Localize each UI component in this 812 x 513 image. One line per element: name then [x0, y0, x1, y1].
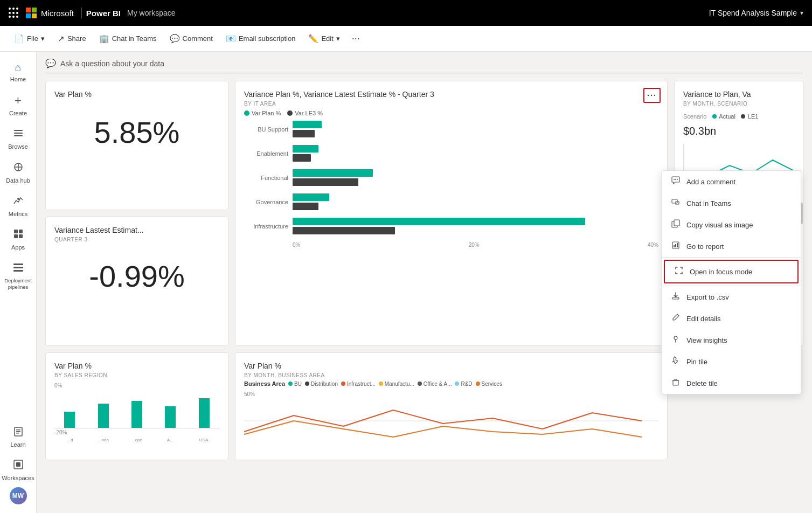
var-plan-region-tile: Var Plan % BY SALES REGION 0% [45, 352, 228, 460]
bar-teal-enablement [293, 145, 318, 152]
svg-rect-25 [674, 220, 679, 226]
pin-tile-icon [670, 356, 681, 367]
bar-2 [98, 404, 109, 428]
metrics-icon [13, 195, 24, 209]
menu-delete-tile[interactable]: Delete tile [662, 372, 801, 394]
home-icon: ⌂ [15, 61, 21, 74]
actual-dot [712, 114, 717, 119]
apps-launcher[interactable] [9, 8, 19, 18]
menu-edit-details[interactable]: Edit details [662, 308, 801, 329]
qa-bar[interactable]: 💬 Ask a question about your data [45, 58, 803, 73]
view-insights-label: View insights [686, 336, 727, 344]
menu-pin-tile[interactable]: Pin tile [662, 351, 801, 372]
menu-add-comment[interactable]: Add a comment [662, 171, 801, 192]
report-title: IT Spend Analysis Sample [709, 9, 797, 17]
bar-teal-infrastructure [293, 218, 585, 225]
browse-icon [13, 128, 24, 141]
menu-focus-mode[interactable]: Open in focus mode [664, 260, 799, 283]
chart-more-button[interactable]: ··· [643, 88, 661, 103]
chat-teams-icon [670, 198, 681, 209]
file-icon: 📄 [14, 34, 24, 44]
sidebar-item-datahub[interactable]: Data hub [0, 157, 36, 189]
datahub-icon [13, 162, 24, 175]
business-area-label: Business Area [244, 380, 285, 387]
file-button[interactable]: 📄 File ▾ [9, 31, 50, 47]
svg-point-4 [17, 198, 19, 200]
var-latest-tile: Variance Lastest Estimat... QUARTER 3 -0… [45, 217, 228, 346]
actual-label: Actual [719, 113, 735, 120]
more-button[interactable]: ··· [348, 31, 364, 46]
share-button[interactable]: ↗ Share [52, 31, 92, 47]
bar-row-governance: Governance [244, 193, 658, 210]
email-button[interactable]: 📧 Email subscription [220, 31, 301, 47]
menu-export-csv[interactable]: Export to .csv [662, 286, 801, 308]
legend-var-le3: Var LE3 % [287, 110, 323, 116]
sidebar-item-metrics[interactable]: Metrics [0, 191, 36, 222]
region-bar-4 [155, 406, 185, 428]
bar-teal-busupport [293, 121, 322, 128]
region-bars [54, 391, 219, 428]
menu-view-insights[interactable]: View insights [662, 329, 801, 351]
sidebar-item-browse[interactable]: Browse [0, 123, 36, 155]
sidebar-item-create[interactable]: + Create [0, 89, 36, 121]
share-icon: ↗ [58, 34, 65, 44]
microsoft-label: Microsoft [41, 9, 74, 18]
comment-icon: 💬 [170, 34, 180, 44]
business-area-legend: Business Area BU Distribution Infrastruc… [244, 380, 658, 387]
legend-dot-teal [244, 110, 249, 116]
bar-dark-busupport [293, 130, 315, 137]
menu-chat-teams[interactable]: Chat in Teams [662, 192, 801, 214]
qa-icon: 💬 [45, 58, 56, 68]
var-latest-subtitle: QUARTER 3 [54, 237, 219, 242]
bar-dark-infrastructure [293, 227, 395, 234]
add-comment-icon [670, 176, 681, 187]
svg-rect-32 [673, 380, 678, 385]
export-csv-label: Export to .csv [686, 293, 729, 301]
sidebar-item-workspaces[interactable]: Workspaces [0, 455, 36, 486]
main-chart-tile: Variance Plan %, Variance Latest Estimat… [235, 81, 668, 346]
legend-rd: R&D [455, 380, 472, 387]
user-avatar[interactable]: MW [10, 487, 27, 504]
report-chevron[interactable]: ▾ [800, 9, 803, 17]
qa-text: Ask a question about your data [60, 59, 164, 68]
top-bar: Microsoft Power BI My workspace IT Spend… [0, 0, 812, 26]
menu-go-report[interactable]: Go to report [662, 235, 801, 257]
svg-point-20 [675, 179, 676, 180]
workspace-label[interactable]: My workspace [127, 9, 175, 17]
sidebar-item-home[interactable]: ⌂ Home [0, 57, 36, 87]
var-plan-title: Var Plan % [54, 90, 219, 99]
month-chart-area: 50% [244, 391, 658, 445]
zero-line-label: 0% [54, 383, 219, 389]
svg-rect-17 [16, 462, 20, 467]
legend-dot-dark [287, 110, 293, 116]
bar-4 [165, 406, 176, 428]
learn-icon [13, 426, 24, 439]
bar-1 [64, 412, 75, 428]
menu-copy-visual[interactable]: Copy visual as image [662, 214, 801, 235]
var-plan-tile: Var Plan % 5.85% [45, 81, 228, 210]
var-plan-region-title: Var Plan % [54, 362, 219, 370]
copy-visual-icon [670, 219, 681, 230]
svg-rect-7 [14, 234, 18, 238]
svg-rect-8 [19, 234, 23, 238]
svg-rect-14 [16, 431, 20, 432]
comment-button[interactable]: 💬 Comment [164, 31, 218, 47]
chart-subtitle: BY IT AREA [244, 101, 658, 107]
edit-button[interactable]: ✏️ Edit ▾ [303, 31, 345, 47]
svg-rect-10 [13, 267, 23, 268]
chat-teams-button[interactable]: 🏢 Chat in Teams [94, 31, 162, 47]
bar-row-enablement: Enablement [244, 145, 658, 162]
bar-row-busupport: BU Support [244, 121, 658, 137]
go-report-icon [670, 241, 681, 252]
region-bar-3 [122, 401, 152, 428]
sidebar-item-apps[interactable]: Apps [0, 224, 36, 255]
sidebar-item-learn[interactable]: Learn [0, 421, 36, 453]
sidebar-item-deployment[interactable]: Deployment pipelines [0, 258, 36, 294]
legend-services: Services [476, 380, 502, 387]
svg-rect-9 [13, 264, 23, 265]
go-report-label: Go to report [686, 242, 724, 251]
chart-title: Variance Plan %, Variance Latest Estimat… [244, 90, 658, 99]
right-tile-subtitle: BY MONTH, SCENARIO [683, 101, 794, 107]
bar-dark-functional [293, 178, 358, 186]
legend-manufactu: Manufactu... [379, 380, 414, 387]
